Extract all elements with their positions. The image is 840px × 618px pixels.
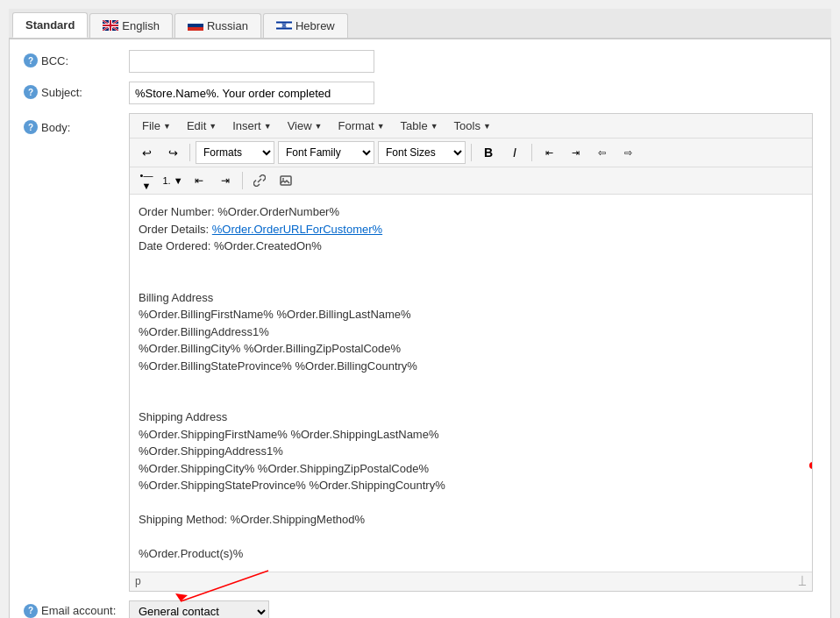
- svg-rect-13: [276, 22, 292, 24]
- subject-label-container: ? Subject:: [24, 82, 129, 99]
- menu-tools[interactable]: Tools ▼: [447, 117, 498, 135]
- tab-russian[interactable]: Russian: [174, 13, 261, 38]
- font-family-select[interactable]: Font Family: [278, 141, 374, 164]
- email-account-label-container: ? Email account:: [24, 600, 129, 618]
- email-account-label: Email account:: [41, 604, 116, 617]
- bcc-row: ? BCC:: [24, 50, 816, 73]
- body-line-billing-state: %Order.BillingStateProvince% %Order.Bill…: [139, 358, 803, 375]
- editor-menubar: File ▼ Edit ▼ Insert ▼ View ▼ Format ▼ T…: [130, 114, 812, 139]
- email-account-input-container: General contact Support Sales: [129, 600, 816, 619]
- tab-english-label: English: [122, 19, 160, 32]
- italic-button[interactable]: I: [503, 142, 526, 163]
- toolbar-sep-1: [189, 144, 190, 161]
- toolbar-sep-3: [531, 144, 532, 161]
- editor-toolbar-1: ↩ ↪ Formats Font Family Font Sizes: [130, 139, 812, 167]
- font-size-select[interactable]: Font Sizes: [378, 141, 466, 164]
- indent-button[interactable]: ⇥: [214, 170, 237, 191]
- resize-handle[interactable]: ⟘: [798, 574, 807, 589]
- formats-select[interactable]: Formats: [196, 141, 274, 164]
- link-icon: [253, 174, 266, 187]
- body-line-shipping-header: Shipping Address: [139, 408, 803, 426]
- body-label-container: ? Body:: [24, 113, 129, 134]
- menu-edit-arrow: ▼: [209, 122, 217, 131]
- body-line-billing-name: %Order.BillingFirstName% %Order.BillingL…: [139, 306, 803, 323]
- flag-hebrew-icon: [276, 20, 292, 31]
- editor-container: File ▼ Edit ▼ Insert ▼ View ▼ Format ▼ T…: [129, 113, 813, 592]
- align-left-button[interactable]: ⇤: [537, 142, 560, 163]
- body-line-shipping-address1: %Order.ShippingAddress1%: [139, 443, 803, 460]
- tab-hebrew[interactable]: Hebrew: [263, 13, 348, 38]
- menu-view[interactable]: View ▼: [281, 117, 330, 135]
- tabs-bar: Standard English R: [9, 9, 831, 39]
- svg-rect-14: [276, 28, 292, 30]
- editor-status-bar: p ⟘: [130, 572, 812, 591]
- email-account-row: ? Email account: General contact Support…: [24, 600, 816, 619]
- form-container: ? BCC: ? Subject: ? Body:: [9, 39, 831, 618]
- align-right-button[interactable]: ⇦: [590, 142, 613, 163]
- body-help-icon[interactable]: ?: [24, 120, 38, 134]
- ordered-list-button[interactable]: 1. ▼: [161, 170, 184, 191]
- subject-label: Subject:: [41, 86, 82, 99]
- svg-point-18: [282, 178, 284, 180]
- toolbar-sep-4: [242, 172, 243, 189]
- body-line-billing-header: Billing Address: [139, 289, 803, 307]
- menu-insert[interactable]: Insert ▼: [225, 117, 278, 135]
- body-label: Body:: [41, 121, 70, 134]
- menu-format-arrow: ▼: [377, 122, 385, 131]
- unordered-list-button[interactable]: •— ▼: [135, 170, 158, 191]
- align-justify-button[interactable]: ⇨: [616, 142, 639, 163]
- menu-file-arrow: ▼: [163, 122, 171, 131]
- subject-row: ? Subject:: [24, 82, 816, 104]
- bcc-label: BCC:: [41, 54, 68, 67]
- page-container: Standard English R: [0, 0, 840, 618]
- red-dot-annotation: [809, 462, 812, 469]
- body-row: ? Body: File ▼ Edit ▼ Insert ▼ View ▼ Fo…: [24, 113, 816, 592]
- tab-standard-label: Standard: [25, 18, 75, 32]
- menu-format[interactable]: Format ▼: [331, 117, 392, 135]
- outdent-button[interactable]: ⇤: [188, 170, 210, 191]
- link-button[interactable]: [248, 170, 271, 191]
- body-line-shipping-city: %Order.ShippingCity% %Order.ShippingZipP…: [139, 460, 803, 478]
- menu-insert-arrow: ▼: [264, 122, 272, 131]
- flag-english-icon: [103, 20, 118, 31]
- flag-russian-icon: [188, 20, 203, 31]
- bcc-label-container: ? BCC:: [24, 50, 129, 67]
- email-account-select[interactable]: General contact Support Sales: [129, 600, 269, 619]
- editor-toolbar-2: •— ▼ 1. ▼ ⇤ ⇥: [130, 167, 812, 195]
- body-line-shipping-method: Shipping Method: %Order.ShippingMethod%: [139, 511, 803, 529]
- svg-rect-9: [188, 20, 203, 24]
- undo-button[interactable]: ↩: [135, 142, 158, 163]
- image-icon: [280, 174, 292, 187]
- align-center-button[interactable]: ⇥: [564, 142, 587, 163]
- image-button[interactable]: [274, 170, 297, 191]
- body-line-billing-city: %Order.BillingCity% %Order.BillingZipPos…: [139, 340, 803, 358]
- order-url-link[interactable]: %Order.OrderURLForCustomer%: [212, 223, 382, 236]
- menu-table-arrow: ▼: [431, 122, 438, 131]
- subject-help-icon[interactable]: ?: [24, 85, 38, 99]
- menu-tools-arrow: ▼: [483, 122, 491, 131]
- bcc-input[interactable]: [129, 50, 374, 73]
- editor-body[interactable]: Order Number: %Order.OrderNumber% Order …: [130, 195, 812, 572]
- body-line-products: %Order.Product(s)%: [139, 545, 803, 563]
- menu-file[interactable]: File ▼: [135, 117, 178, 135]
- menu-table[interactable]: Table ▼: [394, 117, 445, 135]
- body-line-date-ordered: Date Ordered: %Order.CreatedOn%: [139, 238, 803, 255]
- bold-button[interactable]: B: [477, 142, 500, 163]
- toolbar-sep-2: [471, 144, 472, 161]
- editor-container-wrapper: File ▼ Edit ▼ Insert ▼ View ▼ Format ▼ T…: [129, 113, 816, 592]
- redo-button[interactable]: ↪: [161, 142, 184, 163]
- svg-rect-10: [188, 24, 203, 27]
- bcc-input-container: [129, 50, 816, 73]
- menu-edit[interactable]: Edit ▼: [180, 117, 224, 135]
- bcc-help-icon[interactable]: ?: [24, 53, 38, 67]
- body-line-order-details: Order Details: %Order.OrderURLForCustome…: [139, 221, 803, 238]
- subject-input-container: [129, 82, 816, 104]
- tab-standard[interactable]: Standard: [12, 12, 88, 38]
- email-account-help-icon[interactable]: ?: [24, 604, 38, 618]
- subject-input[interactable]: [129, 82, 374, 104]
- body-line-order-number: Order Number: %Order.OrderNumber%: [139, 203, 803, 221]
- tab-english[interactable]: English: [89, 13, 173, 38]
- body-line-shipping-state: %Order.ShippingStateProvince% %Order.Shi…: [139, 477, 803, 494]
- svg-rect-11: [188, 27, 203, 31]
- body-line-billing-address1: %Order.BillingAddress1%: [139, 323, 803, 341]
